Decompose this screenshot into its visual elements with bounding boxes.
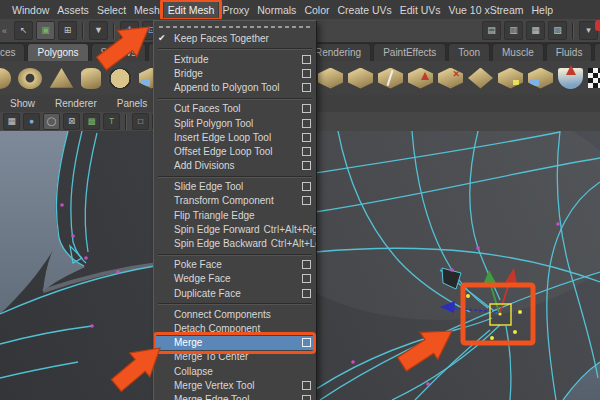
option-box-icon[interactable] xyxy=(302,133,311,142)
green-checker-icon[interactable]: ▩ xyxy=(83,113,100,130)
menu-item-wedge-face[interactable]: Wedge Face xyxy=(154,272,316,286)
option-box-icon[interactable] xyxy=(302,381,311,390)
menu-item-merge-to-center[interactable]: Merge To Center xyxy=(154,350,316,364)
panel-menu-renderer[interactable]: Renderer xyxy=(45,98,107,109)
select-hierarchy-icon[interactable]: ↖ xyxy=(14,21,33,40)
divider xyxy=(113,23,115,39)
menu-window[interactable]: Window xyxy=(8,2,53,18)
menu-item-bridge[interactable]: Bridge xyxy=(154,66,316,80)
select-component-icon[interactable]: ⊞ xyxy=(58,21,77,40)
tab-fur[interactable]: Fur xyxy=(594,43,600,61)
menu-color[interactable]: Color xyxy=(300,2,333,18)
menu-item-duplicate-face[interactable]: Duplicate Face xyxy=(154,286,316,300)
menu-proxy[interactable]: Proxy xyxy=(218,2,253,18)
poly-faces-circle-icon[interactable] xyxy=(108,68,132,89)
menu-item-offset-edge-loop-tool[interactable]: Offset Edge Loop Tool xyxy=(154,144,316,158)
menu-normals[interactable]: Normals xyxy=(253,2,300,18)
option-box-icon[interactable] xyxy=(302,161,311,170)
faces-cross-icon[interactable] xyxy=(438,68,463,89)
menu-item-insert-edge-loop-tool[interactable]: Insert Edge Loop Tool xyxy=(154,130,316,144)
menu-item-shortcut: Ctrl+Alt+Right xyxy=(264,224,317,235)
gray-circle-icon[interactable]: ◯ xyxy=(43,113,60,130)
poly-cylinder-icon[interactable] xyxy=(81,68,101,89)
checker-flag-icon[interactable] xyxy=(588,68,600,88)
option-box-icon[interactable] xyxy=(302,182,311,191)
menu-item-merge-vertex-tool[interactable]: Merge Vertex Tool xyxy=(154,378,316,392)
cube-triangle-icon[interactable] xyxy=(348,68,373,89)
tab-surfaces[interactable]: Surfaces xyxy=(0,43,25,61)
divider xyxy=(82,23,84,39)
select-object-icon[interactable]: ▣ xyxy=(36,21,55,40)
quad-blue-icon[interactable] xyxy=(528,68,553,89)
tab-toon[interactable]: Toon xyxy=(448,43,490,61)
reduce-cone-icon[interactable] xyxy=(558,68,583,89)
tab-muscle[interactable]: Muscle xyxy=(492,43,544,61)
tab-painteffects[interactable]: PaintEffects xyxy=(373,43,446,61)
combine-icon[interactable] xyxy=(318,68,343,89)
menu-item-merge[interactable]: Merge xyxy=(154,336,316,350)
menu-item-spin-edge-backward[interactable]: Spin Edge BackwardCtrl+Alt+Left xyxy=(154,236,316,250)
menu-item-merge-edge-tool[interactable]: Merge Edge Tool xyxy=(154,392,316,400)
menu-mesh[interactable]: Mesh xyxy=(130,2,164,18)
letter-t-icon[interactable]: T xyxy=(103,113,120,130)
menu-select[interactable]: Select xyxy=(93,2,130,18)
option-box-icon[interactable] xyxy=(302,104,311,113)
menu-item-extrude[interactable]: Extrude xyxy=(154,52,316,66)
menu-item-collapse[interactable]: Collapse xyxy=(154,364,316,378)
menu-edit-mesh[interactable]: Edit Mesh xyxy=(164,2,219,18)
collapse-chevron-icon[interactable]: « xyxy=(2,22,11,39)
menu-item-connect-components[interactable]: Connect Components xyxy=(154,307,316,321)
option-box-icon[interactable] xyxy=(302,119,311,128)
menu-vue-10-xstream[interactable]: Vue 10 xStream xyxy=(445,2,528,18)
ipr-render-icon[interactable]: ▥ xyxy=(504,21,523,40)
menu-item-split-polygon-tool[interactable]: Split Polygon Tool xyxy=(154,116,316,130)
option-box-icon[interactable] xyxy=(302,338,311,347)
poly-cone-icon[interactable] xyxy=(49,68,74,89)
option-box-icon[interactable] xyxy=(302,395,311,400)
option-box-icon[interactable] xyxy=(302,147,311,156)
menu-edit-uvs[interactable]: Edit UVs xyxy=(396,2,445,18)
option-box-icon[interactable] xyxy=(302,83,311,92)
menu-item-keep-faces-together[interactable]: ✔Keep Faces Together xyxy=(154,31,316,45)
menu-item-append-to-polygon-tool[interactable]: Append to Polygon Tool xyxy=(154,81,316,95)
menu-create-uvs[interactable]: Create UVs xyxy=(333,2,395,18)
menu-item-detach-component[interactable]: Detach Component xyxy=(154,321,316,335)
menu-help[interactable]: Help xyxy=(528,2,558,18)
filter-funnel-icon[interactable]: ▼ xyxy=(89,21,108,40)
extrude-face-icon[interactable] xyxy=(498,68,523,89)
menu-item-spin-edge-forward[interactable]: Spin Edge ForwardCtrl+Alt+Right xyxy=(154,222,316,236)
cube-outline-icon[interactable]: □ xyxy=(132,113,149,130)
option-box-icon[interactable] xyxy=(302,196,311,205)
snap-plus-icon[interactable]: ✚ xyxy=(120,21,139,40)
split-faces-icon[interactable] xyxy=(378,68,403,89)
poly-torus-icon[interactable] xyxy=(18,68,42,89)
render-frame-icon[interactable]: ▤ xyxy=(482,21,501,40)
menu-item-slide-edge-tool[interactable]: Slide Edge Tool xyxy=(154,180,316,194)
tab-subdivs[interactable]: Subdivs xyxy=(91,43,147,61)
menu-item-cut-faces-tool[interactable]: Cut Faces Tool xyxy=(154,102,316,116)
menu-item-poke-face[interactable]: Poke Face xyxy=(154,258,316,272)
menu-item-flip-triangle-edge[interactable]: Flip Triangle Edge xyxy=(154,208,316,222)
blue-sphere-icon[interactable]: ● xyxy=(23,113,40,130)
panel-menu-show[interactable]: Show xyxy=(0,98,45,109)
boolean-warn-icon[interactable] xyxy=(408,68,433,89)
menu-item-add-divisions[interactable]: Add Divisions xyxy=(154,159,316,173)
option-box-icon[interactable] xyxy=(302,55,311,64)
menu-tearoff-line[interactable] xyxy=(159,24,311,29)
menu-assets[interactable]: Assets xyxy=(53,2,93,18)
fold-faces-icon[interactable] xyxy=(468,68,493,89)
option-box-icon[interactable] xyxy=(302,260,311,269)
tab-polygons[interactable]: Polygons xyxy=(27,43,88,61)
menu-item-transform-component[interactable]: Transform Component xyxy=(154,194,316,208)
poly-sphere-partial-icon[interactable] xyxy=(0,68,11,89)
option-box-icon[interactable] xyxy=(302,289,311,298)
option-box-icon[interactable] xyxy=(302,274,311,283)
crossed-box-icon[interactable]: ⊠ xyxy=(63,113,80,130)
render-settings-icon[interactable]: ▦ xyxy=(526,21,545,40)
paint-effects-icon[interactable]: ▨ xyxy=(548,21,567,40)
grid-lines-icon[interactable]: ▦ xyxy=(3,113,20,130)
panel-menu-panels[interactable]: Panels xyxy=(107,98,158,109)
tab-fluids[interactable]: Fluids xyxy=(546,43,593,61)
menu-item-label: Flip Triangle Edge xyxy=(174,210,255,221)
option-box-icon[interactable] xyxy=(302,69,311,78)
